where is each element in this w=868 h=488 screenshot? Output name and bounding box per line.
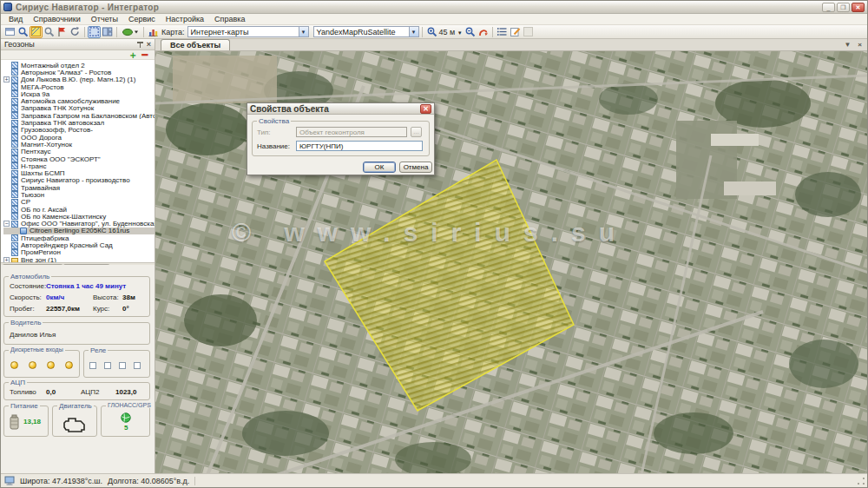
tree-item[interactable]: Авторейнджер Красный Сад xyxy=(3,241,155,248)
zoom-out-icon[interactable] xyxy=(464,26,477,38)
search-icon[interactable] xyxy=(16,26,30,38)
tree-item[interactable]: ОБ по Каменск-Шахтинску xyxy=(3,213,155,220)
tree-item[interactable]: Заправка ТНК Хотунок xyxy=(3,105,155,112)
expander-plus-icon[interactable]: + xyxy=(3,76,10,82)
type-field: Объект геоконтроля xyxy=(296,127,407,137)
map-source-select[interactable]: Интернет-карты ▼ xyxy=(187,26,309,37)
expander-spacer xyxy=(3,135,10,141)
tree-item-label: Вне зон (1) xyxy=(21,256,56,262)
tab-close-icon[interactable]: × xyxy=(858,41,862,49)
refresh-icon[interactable] xyxy=(69,26,82,38)
tree-item[interactable]: МЕГА-Ростов xyxy=(3,83,155,90)
vehicle-menu-button[interactable] xyxy=(120,26,141,38)
relay-checkbox-4[interactable] xyxy=(134,362,141,369)
tree-item[interactable]: Монтажный отдел 2 xyxy=(3,62,155,69)
discrete-group-label: Дискретные входы xyxy=(9,346,65,353)
relay-checkbox-3[interactable] xyxy=(119,362,126,369)
menu-item[interactable]: Отчеты xyxy=(87,15,122,23)
tree-item[interactable]: Citroen Berlingo Е205КС 161rus xyxy=(3,228,155,234)
edit-note-icon[interactable] xyxy=(509,26,522,38)
tree-item-label: ОБ по г. Аксай xyxy=(21,206,67,213)
tree-item[interactable]: Тьюзон xyxy=(3,191,155,198)
geo-icon xyxy=(11,127,18,134)
tree-item[interactable]: Искра 9а xyxy=(3,90,155,97)
resize-grip[interactable] xyxy=(856,476,866,486)
minimize-button[interactable]: _ xyxy=(822,3,835,12)
expander-spacer xyxy=(3,199,10,205)
expander-plus-icon[interactable]: + xyxy=(3,257,10,262)
chevron-down-icon[interactable]: ▼ xyxy=(299,27,308,36)
select-area-icon[interactable] xyxy=(88,26,101,38)
relay-checkbox-2[interactable] xyxy=(104,362,111,369)
tree-item[interactable]: Н-транс xyxy=(3,162,155,169)
close-button[interactable]: ✕ xyxy=(852,3,865,12)
chart-icon[interactable] xyxy=(147,26,160,38)
tree-item[interactable]: СР xyxy=(3,199,155,206)
tree-item[interactable]: Автомойка самообслуживание xyxy=(3,97,155,104)
zoom-in-icon[interactable] xyxy=(425,26,438,38)
tree-item[interactable]: Стоянка ООО "ЭСКОРТ" xyxy=(3,155,155,162)
tab-all-objects[interactable]: Все объекты xyxy=(161,39,230,50)
ok-button[interactable]: ОК xyxy=(363,162,396,173)
tree-item[interactable]: Трамвайная xyxy=(3,184,155,191)
dialog-close-icon[interactable]: ✕ xyxy=(420,104,431,114)
geozones-tree[interactable]: Монтажный отдел 2Авторынок "Алмаз" - Рос… xyxy=(1,60,155,262)
zoom-scale-select[interactable]: 45 м ▼ xyxy=(439,28,463,36)
menu-item[interactable]: Справка xyxy=(210,15,249,23)
tree-item[interactable]: Сириус Навигатор - производство xyxy=(3,177,155,184)
title-bar[interactable]: Сириус Навигатор - Интегратор _ ❐ ✕ xyxy=(1,1,867,14)
name-field[interactable]: ЮРГТУ(НПИ) xyxy=(296,141,423,151)
tree-item[interactable]: Магнит-Хотунок xyxy=(3,141,155,148)
tree-item-label: Пентхаус xyxy=(21,148,50,155)
tree-item[interactable]: ООО Дорога xyxy=(3,134,155,141)
tree-item[interactable]: Заправка Газпром на Баклановском (Автово… xyxy=(3,112,155,119)
tree-item[interactable]: Шахты БСМП xyxy=(3,169,155,176)
geozones-panel-title: Геозоны xyxy=(4,40,35,49)
tree-item[interactable]: +Вне зон (1) xyxy=(3,256,155,262)
maximize-button[interactable]: ❐ xyxy=(837,3,850,12)
cancel-button[interactable]: Отмена xyxy=(399,162,432,173)
object-properties-dialog: Свойства объекта ✕ Свойства Тип: Объект … xyxy=(247,102,435,175)
expander-spacer xyxy=(3,242,10,248)
course-label: Курс: xyxy=(93,305,109,313)
add-geozone-button[interactable]: ＋ xyxy=(128,51,137,59)
tree-item[interactable]: ОБ по г. Аксай xyxy=(3,206,155,213)
find-object-icon[interactable] xyxy=(43,26,56,38)
chevron-down-icon[interactable]: ▼ xyxy=(457,30,463,36)
longitude-readout: Долгота: 40.08605°в.д. xyxy=(108,477,189,485)
chevron-down-icon[interactable]: ▼ xyxy=(409,27,418,36)
tree-item[interactable]: Пентхаус xyxy=(3,148,155,155)
tree-item[interactable]: +Дом Лыкова В.Ю. (пер. Магн.12) (1) xyxy=(3,76,155,83)
close-panel-icon[interactable]: × xyxy=(147,41,151,48)
pin-icon[interactable] xyxy=(137,41,143,48)
discrete-led-3 xyxy=(47,361,55,369)
tree-item[interactable]: Птицефабрика xyxy=(3,234,155,241)
gps-satellite-count: 5 xyxy=(124,424,128,432)
remove-geozone-button[interactable]: ━ xyxy=(141,51,148,59)
home-position-icon[interactable] xyxy=(477,26,490,38)
track-list-icon[interactable] xyxy=(496,26,509,38)
dialog-title-bar[interactable]: Свойства объекта ✕ xyxy=(247,103,434,115)
adc2-value: 1023,0 xyxy=(115,388,136,396)
tree-item[interactable]: −Офис ООО "Навигатор", ул. Буденновская,… xyxy=(3,221,155,228)
layout-panels-icon[interactable] xyxy=(101,26,114,38)
tree-item[interactable]: Заправка ТНК автовокзал xyxy=(3,119,155,126)
new-window-icon[interactable] xyxy=(3,26,16,38)
map-type-select[interactable]: YandexMapRuSatellite ▼ xyxy=(313,26,419,37)
state-label: Состояние: xyxy=(10,282,46,290)
menu-item[interactable]: Вид xyxy=(4,15,27,23)
expander-spacer xyxy=(3,192,10,198)
tab-menu-icon[interactable]: ▼ xyxy=(844,41,851,49)
tree-item[interactable]: Авторынок "Алмаз" - Ростов xyxy=(3,69,155,76)
flag-marker-icon[interactable] xyxy=(56,26,69,38)
menu-item[interactable]: Сервис xyxy=(124,15,160,23)
toolbar-separator xyxy=(116,27,117,37)
menu-item[interactable]: Справочники xyxy=(29,15,85,23)
relay-checkbox-1[interactable] xyxy=(89,362,96,369)
tree-item[interactable]: Грузовозофф, Ростов- xyxy=(3,127,155,134)
menu-item[interactable]: Настройка xyxy=(161,15,208,23)
tree-item[interactable]: ПромРегион xyxy=(3,249,155,256)
expander-spacer xyxy=(3,120,10,126)
show-geozones-icon[interactable] xyxy=(30,26,43,38)
expander-minus-icon[interactable]: − xyxy=(3,221,10,227)
